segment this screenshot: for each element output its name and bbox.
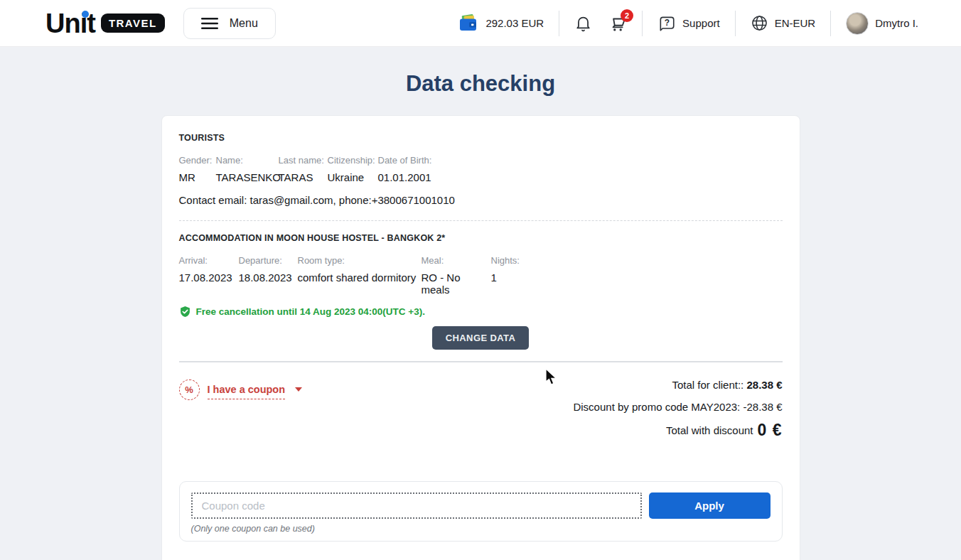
column-header: Citizenship: [328,155,378,166]
total-with-discount-label: Total with discount [666,424,753,437]
total-for-client-label: Total for client:: [672,379,743,391]
promo-discount-value: -28.38 € [743,401,782,413]
header-divider [559,11,559,36]
shield-check-icon [179,306,191,318]
column-header: Last name: [279,155,328,166]
logo-blue-dot [82,11,89,18]
percent-badge-icon: % [179,379,200,400]
user-menu[interactable]: Dmytro I. [846,12,918,35]
change-data-button[interactable]: CHANGE DATA [432,326,530,350]
accommodation-section-title: ACCOMMODATION IN MOON HOUSE HOSTEL - BAN… [179,233,783,243]
free-cancellation-notice: Free cancellation until 14 Aug 2023 04:0… [179,306,783,318]
nights-count: 1 [491,271,497,296]
coupon-code-input[interactable] [191,492,642,519]
locale-label: EN-EUR [775,17,816,29]
totals-summary: Total for client:: 28.38 € Discount by p… [573,378,782,446]
menu-label: Menu [230,17,258,30]
coupon-toggle[interactable]: % I have a coupon [179,378,303,446]
header-divider [642,11,643,36]
page-title: Data checking [0,71,961,97]
tourist-citizenship: Ukraine [328,171,378,183]
wallet-balance-label: 292.03 EUR [485,17,544,29]
svg-text:?: ? [665,17,670,27]
support-chat-icon: ? [657,14,676,33]
globe-icon [751,14,768,32]
column-header: Departure: [239,255,298,266]
accommodation-column-headers: Arrival: Departure: Room type: Meal: Nig… [179,255,783,266]
brand-logo[interactable]: Unit TRAVEL [45,10,165,37]
promo-discount-label: Discount by promo code MAY2023: [573,401,740,413]
column-header: Nights: [491,255,520,266]
tourist-dob: 01.01.2001 [378,171,431,183]
tourist-last-name: TARAS [279,171,328,183]
coupon-note: (Only one coupon can be used) [191,524,771,534]
tourist-name: TARASENKO [216,171,279,183]
total-with-discount-line: Total with discount 0 € [573,424,782,437]
locale-selector[interactable]: EN-EUR [751,14,816,32]
coupon-box: Apply (Only one coupon can be used) [179,481,783,542]
arrival-date: 17.08.2023 [179,271,239,296]
column-header: Room type: [298,255,422,266]
departure-date: 18.08.2023 [239,271,298,296]
tourists-column-headers: Gender: Name: Last name: Citizenship: Da… [179,155,783,166]
meal-plan: RO - No meals [422,271,491,296]
top-header: Unit TRAVEL Menu 292.03 EUR [0,0,961,47]
data-checking-card: TOURISTS Gender: Name: Last name: Citize… [161,115,800,560]
accommodation-row: 17.08.2023 18.08.2023 comfort shared dor… [179,271,783,296]
hamburger-icon [201,18,218,29]
chevron-down-icon [295,387,302,392]
column-header: Arrival: [179,255,239,266]
total-for-client-line: Total for client:: 28.38 € [573,378,782,392]
total-with-discount-value: 0 € [758,424,783,437]
tourist-gender: MR [179,171,216,183]
column-header: Gender: [179,155,216,166]
free-cancellation-text: Free cancellation until 14 Aug 2023 04:0… [196,306,425,317]
wallet-balance[interactable]: 292.03 EUR [458,14,544,33]
column-header: Meal: [422,255,491,266]
notifications-button[interactable] [574,14,592,33]
apply-coupon-button[interactable]: Apply [649,492,771,519]
menu-button[interactable]: Menu [183,8,276,39]
support-label: Support [682,17,720,29]
support-button[interactable]: ? Support [657,14,720,33]
wallet-icon [458,14,479,33]
logo-wordmark: Unit [45,10,95,37]
bell-icon [574,14,592,33]
header-divider [830,11,831,36]
cart-button[interactable]: 2 [607,14,627,33]
header-divider [735,11,736,36]
tourist-row: MR TARASENKO TARAS Ukraine 01.01.2001 [179,171,783,183]
section-divider-dashed [179,220,783,221]
section-divider-solid [179,361,783,362]
column-header: Date of Birth: [378,155,432,166]
contact-info: Contact email: taras@gmail.com, phone:+3… [179,194,783,206]
promo-discount-line: Discount by promo code MAY2023: -28.38 € [573,400,782,414]
user-name-label: Dmytro I. [875,17,918,29]
room-type: comfort shared dormitory [298,271,422,296]
column-header: Name: [216,155,279,166]
tourists-section-title: TOURISTS [179,133,783,143]
cart-count-badge: 2 [621,9,633,22]
total-for-client-value: 28.38 € [746,379,782,391]
logo-travel-badge: TRAVEL [101,14,165,33]
user-avatar [846,12,869,35]
coupon-toggle-label: I have a coupon [208,384,286,399]
